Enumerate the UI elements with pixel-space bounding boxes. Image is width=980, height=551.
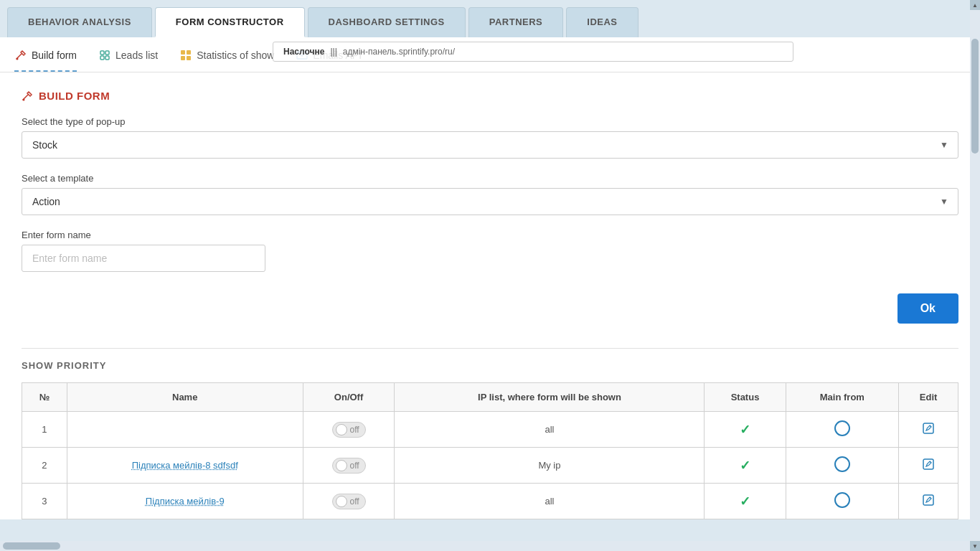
svg-rect-8 [187,56,191,60]
svg-rect-6 [187,50,191,55]
cell-edit[interactable] [899,448,958,484]
cell-num: 1 [22,412,67,448]
col-header-status: Status [705,383,786,412]
col-header-onoff: On/Off [303,383,395,412]
cell-toggle[interactable]: off [303,412,395,448]
popup-type-select-wrapper: Stock ▼ [22,131,958,159]
toggle-switch[interactable]: off [332,494,366,509]
cell-toggle[interactable]: off [303,484,395,519]
svg-rect-3 [100,56,104,60]
toggle-switch[interactable]: off [332,422,366,438]
cell-ip-list: all [395,484,705,519]
subtab-build-form[interactable]: Build form [14,37,77,72]
scrollbar-track: ▲ ▼ [970,0,980,519]
cell-status: ✓ [705,412,786,448]
svg-rect-2 [105,51,109,55]
toggle-circle-icon [336,424,347,435]
list-icon [98,49,111,62]
svg-rect-11 [923,423,933,433]
grid-icon [179,49,192,62]
subtab-leads-list-label: Leads list [116,50,158,61]
cell-status: ✓ [705,484,786,519]
name-link[interactable]: Підписка мейлів-8 sdfsdf [132,460,238,471]
col-header-ip: IP list, where form will be shown [395,383,705,412]
cell-main-from[interactable] [786,412,899,448]
main-content: Build form Leads list [0,37,980,519]
toggle-circle-icon [336,460,347,471]
hammer-icon [14,49,27,62]
scrollbar-thumb[interactable] [971,39,979,154]
table-row: 2Підписка мейлів-8 sdfsdfoffMy ip✓ [22,448,958,484]
status-checkmark-icon: ✓ [740,458,750,473]
cell-main-from[interactable] [786,484,899,519]
popup-type-select[interactable]: Stock [22,131,958,159]
build-form-icon [22,90,33,102]
form-name-label: Enter form name [22,230,958,240]
top-navigation: BEHAVIOR ANALYSIS FORM CONSTRUCTOR DASHB… [0,0,980,37]
cell-main-from[interactable] [786,448,899,484]
main-from-circle-icon[interactable] [834,492,850,508]
tab-behavior-analysis[interactable]: BEHAVIOR ANALYSIS [7,7,152,37]
tooltip-url: адмін-панель.sprintify.pro/ru/ [343,47,455,57]
edit-icon[interactable] [922,461,935,473]
table-row: 1offall✓ [22,412,958,448]
tab-partners[interactable]: PARTNERS [468,7,564,37]
edit-icon[interactable] [922,496,935,509]
svg-point-0 [17,58,19,60]
col-header-edit: Edit [899,383,958,412]
tooltip-name: Наслочне [283,47,324,57]
build-form-section: BUILD FORM Select the type of pop-up Sto… [0,72,980,341]
name-link[interactable]: Підписка мейлів-9 [146,496,225,507]
cell-ip-list: all [395,412,705,448]
template-select[interactable]: Action [22,188,958,215]
svg-point-10 [23,98,25,100]
subtab-statistics-label: Statistics of show [197,50,274,61]
tooltip-bar: Наслочне ||| адмін-панель.sprintify.pro/… [273,42,793,62]
ok-button[interactable]: Ok [897,293,958,324]
template-select-wrapper: Action ▼ [22,188,958,215]
main-from-circle-icon[interactable] [834,456,850,472]
main-from-circle-icon[interactable] [834,420,850,436]
status-checkmark-icon: ✓ [740,494,750,509]
toggle-circle-icon [336,496,347,507]
svg-rect-5 [181,50,185,55]
tab-ideas[interactable]: IDEAS [566,7,638,37]
tab-form-constructor[interactable]: FORM CONSTRUCTOR [155,7,305,37]
priority-table: № Name On/Off IP list, where form will b… [22,382,958,519]
form-name-input[interactable] [22,245,265,272]
popup-type-label: Select the type of pop-up [22,116,958,127]
subtab-leads-list[interactable]: Leads list [98,37,158,72]
svg-rect-4 [105,56,109,60]
toggle-switch[interactable]: off [332,458,366,474]
svg-rect-13 [923,495,933,505]
cell-edit[interactable] [899,412,958,448]
cell-name [67,412,303,448]
svg-rect-7 [181,56,185,60]
cell-name[interactable]: Підписка мейлів-8 sdfsdf [67,448,303,484]
cell-num: 3 [22,484,67,519]
col-header-name: Name [67,383,303,412]
cell-name[interactable]: Підписка мейлів-9 [67,484,303,519]
cell-num: 2 [22,448,67,484]
cell-ip-list: My ip [395,448,705,484]
template-label: Select a template [22,173,958,184]
table-row: 3Підписка мейлів-9offall✓ [22,484,958,519]
svg-rect-1 [100,51,104,55]
tab-dashboard-settings[interactable]: DASHBOARD SETTINGS [308,7,466,37]
col-header-num: № [22,383,67,412]
col-header-mainfrom: Main from [786,383,899,412]
status-checkmark-icon: ✓ [740,423,750,437]
svg-rect-12 [923,459,933,469]
cell-toggle[interactable]: off [303,448,395,484]
tooltip-separator: ||| [330,47,336,57]
table-header-row: № Name On/Off IP list, where form will b… [22,383,958,412]
build-form-title: BUILD FORM [22,90,958,102]
scrollbar-up-button[interactable]: ▲ [970,0,980,10]
subtab-build-form-label: Build form [32,50,77,61]
edit-icon[interactable] [922,425,935,437]
show-priority-section: SHOW PRIORITY № Name On/Off IP list, whe… [0,341,980,519]
cell-edit[interactable] [899,484,958,519]
subtab-statistics[interactable]: Statistics of show [179,37,274,72]
cell-status: ✓ [705,448,786,484]
show-priority-title: SHOW PRIORITY [22,348,958,382]
